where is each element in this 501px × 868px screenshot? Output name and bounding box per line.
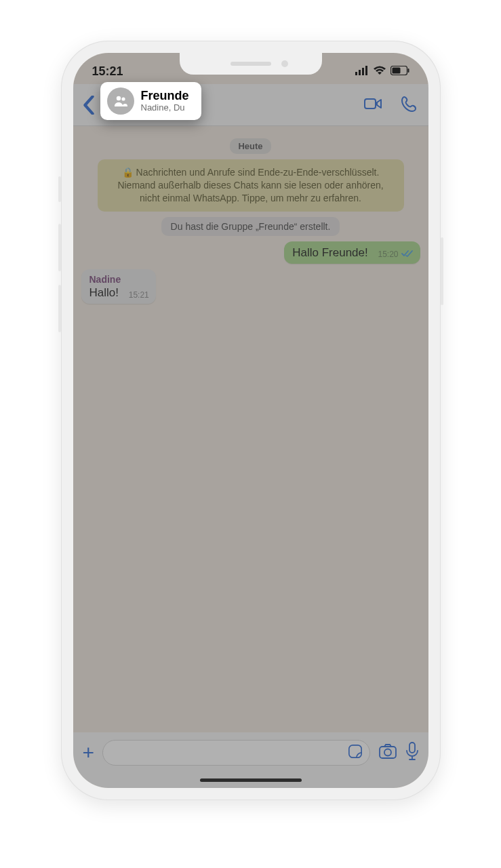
notch [180, 53, 322, 75]
svg-rect-6 [407, 68, 409, 73]
read-receipt-icon [401, 250, 414, 260]
sticker-icon[interactable] [348, 744, 363, 762]
back-button[interactable] [83, 96, 95, 115]
wifi-icon [373, 64, 386, 79]
svg-rect-11 [380, 747, 396, 758]
attach-button[interactable]: + [83, 743, 95, 763]
status-time: 15:21 [92, 64, 123, 79]
mic-button[interactable] [405, 742, 419, 764]
chat-members: Nadine, Du [141, 103, 189, 113]
svg-rect-13 [409, 743, 415, 753]
group-avatar [107, 87, 134, 115]
chat-body[interactable]: Heute 🔒 Nachrichten und Anrufe sind Ende… [73, 126, 428, 732]
svg-rect-3 [365, 66, 367, 75]
chat-name: Freunde [141, 89, 189, 103]
svg-rect-9 [365, 99, 376, 108]
svg-rect-0 [355, 72, 357, 75]
volume-up [58, 224, 61, 271]
power-button [441, 237, 443, 305]
svg-point-12 [384, 749, 391, 756]
signal-icon [355, 64, 369, 79]
svg-rect-10 [348, 745, 361, 757]
chat-title-highlight[interactable]: Freunde Nadine, Du [100, 82, 201, 120]
voice-call-button[interactable] [400, 94, 419, 116]
front-camera [281, 60, 288, 67]
message-time: 15:20 [378, 250, 398, 259]
svg-rect-1 [359, 70, 361, 75]
home-indicator[interactable] [200, 778, 302, 782]
date-divider: Heute [230, 138, 270, 154]
battery-icon [390, 64, 409, 79]
video-call-button[interactable] [363, 94, 382, 116]
screen: 15:21 [73, 53, 428, 788]
camera-button[interactable] [378, 743, 397, 762]
message-sender: Nadine [89, 274, 149, 285]
system-message: Du hast die Gruppe „Freunde“ erstellt. [161, 217, 340, 236]
svg-rect-2 [362, 68, 364, 75]
message-row[interactable]: Nadine Hallo! 15:21 [81, 269, 420, 304]
svg-point-15 [121, 97, 125, 100]
message-text: Hallo Freunde! [292, 246, 368, 259]
volume-down [58, 285, 61, 332]
phone-frame: 15:21 [61, 41, 441, 800]
message-row[interactable]: Hallo Freunde! 15:20 [81, 241, 420, 264]
message-input[interactable] [102, 740, 369, 766]
svg-rect-5 [392, 67, 400, 73]
mute-switch [58, 176, 61, 202]
lock-icon: 🔒 [122, 167, 134, 178]
message-text: Hallo! [89, 286, 119, 299]
encryption-notice[interactable]: 🔒 Nachrichten und Anrufe sind Ende-zu-En… [98, 159, 404, 212]
speaker [231, 62, 271, 66]
message-time: 15:21 [129, 290, 149, 300]
svg-point-14 [116, 96, 120, 100]
